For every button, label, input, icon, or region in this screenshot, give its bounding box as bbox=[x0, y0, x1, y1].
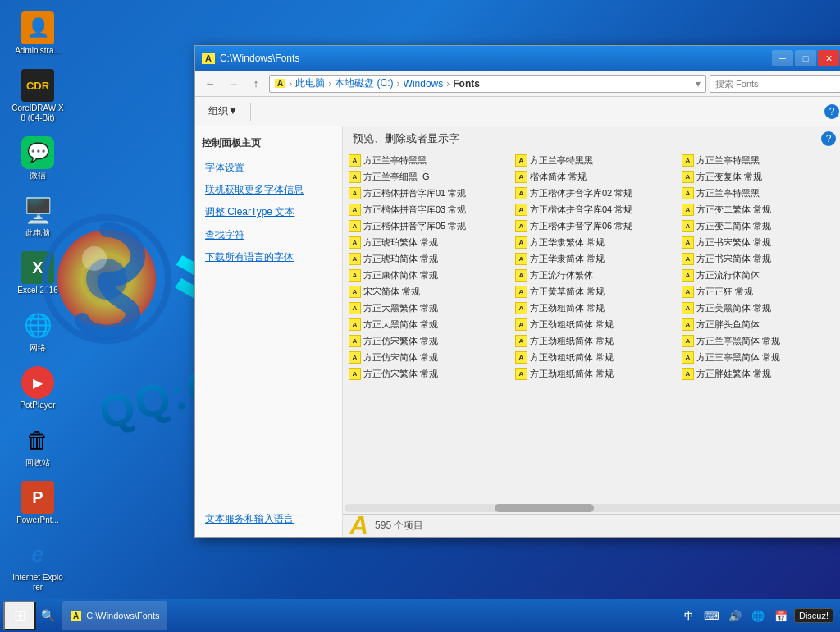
tray-keyboard-icon[interactable]: ⌨ bbox=[702, 606, 722, 625]
path-part-fonts[interactable]: Fonts bbox=[453, 78, 480, 89]
font-icon-16: A bbox=[515, 236, 527, 249]
path-part-windows[interactable]: Windows bbox=[404, 78, 444, 89]
font-entry-35[interactable]: A 方正兰亭黑简体 常规 bbox=[678, 333, 840, 350]
desktop-icon-potplayer[interactable]: ▶ PotPlayer bbox=[8, 363, 67, 414]
font-entry-5[interactable]: A 方正变复体 常规 bbox=[678, 169, 840, 185]
font-entry-4[interactable]: A 楷体简体 常规 bbox=[511, 169, 678, 185]
font-entry-23[interactable]: A 方正流行体简体 bbox=[678, 268, 840, 284]
sidebar-link-font-settings[interactable]: 字体设置 bbox=[202, 158, 336, 177]
font-entry-18[interactable]: A 方正琥珀简体 常规 bbox=[345, 251, 511, 268]
window-minimize-button[interactable]: ─ bbox=[772, 50, 793, 66]
font-name-7: 方正楷体拼音字库02 常规 bbox=[530, 187, 632, 199]
nav-up-button[interactable]: ↑ bbox=[246, 74, 266, 94]
organize-button[interactable]: 组织▼ bbox=[202, 102, 244, 121]
horizontal-scrollbar[interactable] bbox=[343, 501, 840, 514]
scrollbar-thumb[interactable] bbox=[495, 504, 595, 512]
font-entry-9[interactable]: A 方正楷体拼音字库03 常规 bbox=[345, 202, 511, 218]
tray-volume-icon[interactable]: 🔊 bbox=[725, 606, 745, 625]
font-entry-34[interactable]: A 方正劲粗纸简体 常规 bbox=[511, 333, 678, 350]
font-entry-38[interactable]: A 方正三亭黑简体 常规 bbox=[678, 350, 840, 366]
desktop-icon-recycle[interactable]: 🗑 回收站 bbox=[8, 420, 67, 471]
font-entry-29[interactable]: A 方正美黑简体 常规 bbox=[678, 300, 840, 317]
sidebar-link-cleartype[interactable]: 调整 ClearType 文本 bbox=[202, 203, 336, 222]
desktop-icon-ie[interactable]: e Internet Explorer bbox=[8, 535, 67, 596]
help-icon[interactable]: ? bbox=[824, 104, 839, 119]
font-name-26: 方正正狂 常规 bbox=[696, 286, 753, 298]
desktop-icon-coreldraw-label: CorelDRAW X8 (64-Bit) bbox=[11, 103, 64, 123]
font-entry-19[interactable]: A 方正华隶简体 常规 bbox=[511, 251, 678, 268]
font-entry-12[interactable]: A 方正楷体拼音字库05 常规 bbox=[345, 218, 511, 235]
path-part-c[interactable]: 本地磁盘 (C:) bbox=[335, 76, 393, 90]
start-button[interactable]: ⊞ bbox=[3, 601, 36, 630]
font-entry-3[interactable]: A 方正兰亭细黑_G bbox=[345, 169, 511, 185]
font-entry-15[interactable]: A 方正琥珀繁体 常规 bbox=[345, 235, 511, 251]
font-entry-17[interactable]: A 方正书宋繁体 常规 bbox=[678, 235, 840, 251]
font-entry-1[interactable]: A 方正兰亭特黑黑 bbox=[511, 153, 678, 169]
font-entry-22[interactable]: A 方正流行体繁体 bbox=[511, 268, 678, 284]
address-bar: ← → ↑ A › 此电脑 › 本地磁盘 (C:) › Windows › Fo… bbox=[195, 71, 840, 97]
font-entry-40[interactable]: A 方正劲粗纸简体 常规 bbox=[511, 366, 678, 382]
window-maximize-button[interactable]: □ bbox=[795, 50, 816, 66]
path-part-computer[interactable]: 此电脑 bbox=[295, 76, 325, 90]
font-icon-31: A bbox=[515, 318, 527, 331]
desktop-icon-ppt[interactable]: P PowerPnt... bbox=[8, 478, 67, 529]
font-entry-32[interactable]: A 方正胖头鱼简体 bbox=[678, 317, 840, 333]
window-close-button[interactable]: ✕ bbox=[818, 50, 839, 66]
tray-network-icon[interactable]: 🌐 bbox=[748, 606, 768, 625]
font-entry-11[interactable]: A 方正变二繁体 常规 bbox=[678, 202, 840, 218]
status-bar: A 595 个项目 bbox=[343, 514, 840, 537]
font-name-16: 方正华隶繁体 常规 bbox=[530, 236, 605, 249]
font-entry-14[interactable]: A 方正变二简体 常规 bbox=[678, 218, 840, 235]
font-entry-13[interactable]: A 方正楷体拼音字库06 常规 bbox=[511, 218, 678, 235]
nav-back-button[interactable]: ← bbox=[200, 74, 220, 94]
address-search-input[interactable] bbox=[710, 75, 840, 93]
font-entry-6[interactable]: A 方正楷体拼音字库01 常规 bbox=[345, 185, 511, 202]
scrollbar-track[interactable] bbox=[345, 504, 840, 512]
desktop-icon-admin[interactable]: 👤 Administra... bbox=[8, 8, 67, 59]
font-name-38: 方正三亭黑简体 常规 bbox=[696, 351, 780, 364]
tray-ime-icon[interactable]: 中 bbox=[679, 606, 699, 625]
font-entry-36[interactable]: A 方正仿宋简体 常规 bbox=[345, 350, 511, 366]
font-entry-0[interactable]: A 方正兰亭特黑黑 bbox=[345, 153, 511, 169]
font-entry-10[interactable]: A 方正楷体拼音字库04 常规 bbox=[511, 202, 678, 218]
font-icon-29: A bbox=[682, 302, 694, 314]
sidebar-link-find-char[interactable]: 查找字符 bbox=[202, 226, 336, 245]
desktop-icon-coreldraw[interactable]: CDR CorelDRAW X8 (64-Bit) bbox=[8, 66, 67, 126]
font-help-icon[interactable]: ? bbox=[821, 131, 836, 146]
font-name-29: 方正美黑简体 常规 bbox=[696, 302, 771, 314]
address-path[interactable]: A › 此电脑 › 本地磁盘 (C:) › Windows › Fonts ▾ bbox=[269, 75, 706, 93]
font-entry-24[interactable]: A 宋宋简体 常规 bbox=[345, 284, 511, 300]
font-entry-7[interactable]: A 方正楷体拼音字库02 常规 bbox=[511, 185, 678, 202]
tray-calendar-icon[interactable]: 📅 bbox=[771, 606, 791, 625]
font-name-34: 方正劲粗纸简体 常规 bbox=[530, 335, 614, 347]
font-entry-37[interactable]: A 方正劲粗纸简体 常规 bbox=[511, 350, 678, 366]
sidebar-link-online-fonts[interactable]: 联机获取更多字体信息 bbox=[202, 181, 336, 199]
font-entry-25[interactable]: A 方正黄草简体 常规 bbox=[511, 284, 678, 300]
font-entry-41[interactable]: A 方正胖娃繁体 常规 bbox=[678, 366, 840, 382]
font-entry-26[interactable]: A 方正正狂 常规 bbox=[678, 284, 840, 300]
taskbar-search-icon[interactable]: 🔍 bbox=[36, 604, 59, 627]
discuz-badge[interactable]: Discuz! bbox=[794, 608, 833, 623]
font-entry-30[interactable]: A 方正大黑简体 常规 bbox=[345, 317, 511, 333]
font-entry-21[interactable]: A 方正康体简体 常规 bbox=[345, 268, 511, 284]
font-entry-2[interactable]: A 方正兰亭特黑黑 bbox=[678, 153, 840, 169]
taskbar-fonts-window-button[interactable]: A C:\Windows\Fonts bbox=[62, 601, 167, 630]
font-entry-8[interactable]: A 方正兰亭特黑黑 bbox=[678, 185, 840, 202]
font-icon-2: A bbox=[682, 154, 694, 167]
font-name-35: 方正兰亭黑简体 常规 bbox=[696, 335, 780, 347]
font-entry-28[interactable]: A 方正劲粗简体 常规 bbox=[511, 300, 678, 317]
font-grid-wrapper[interactable]: A 方正兰亭特黑黑 A 方正兰亭特黑黑 A 方正兰亭特黑黑 bbox=[343, 151, 840, 501]
font-preview-header: 预览、删除或者显示字 ? bbox=[343, 126, 840, 151]
font-entry-27[interactable]: A 方正大黑繁体 常规 bbox=[345, 300, 511, 317]
font-entry-33[interactable]: A 方正仿宋繁体 常规 bbox=[345, 333, 511, 350]
font-name-19: 方正华隶简体 常规 bbox=[530, 253, 605, 265]
nav-forward-button[interactable]: → bbox=[223, 74, 243, 94]
font-entry-20[interactable]: A 方正书宋简体 常规 bbox=[678, 251, 840, 268]
font-name-36: 方正仿宋简体 常规 bbox=[363, 351, 438, 364]
font-entry-31[interactable]: A 方正劲粗纸简体 常规 bbox=[511, 317, 678, 333]
sidebar-link-text-services[interactable]: 文本服务和输入语言 bbox=[202, 510, 336, 529]
desktop-icon-wechat[interactable]: 💬 微信 bbox=[8, 133, 67, 184]
font-entry-16[interactable]: A 方正华隶繁体 常规 bbox=[511, 235, 678, 251]
font-entry-39[interactable]: A 方正仿宋繁体 常规 bbox=[345, 366, 511, 382]
sidebar-link-download-fonts[interactable]: 下载所有语言的字体 bbox=[202, 248, 336, 267]
